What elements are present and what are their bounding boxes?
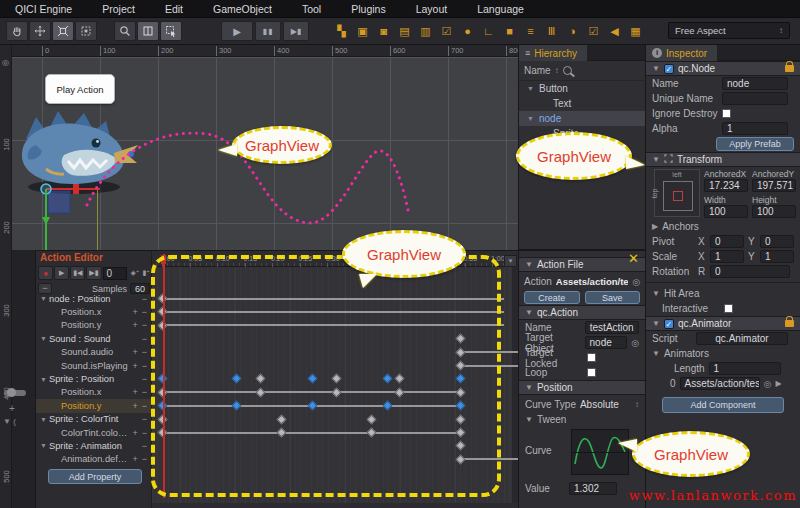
track-row-sprite-position[interactable]: ▼Sprite : Position− [36,372,151,385]
playhead-line[interactable] [163,254,165,498]
record-button[interactable]: ● [38,266,53,280]
timeline-options-dropdown[interactable]: ▼ [504,255,517,267]
keyframe[interactable] [455,387,465,397]
anchor-preset-widget[interactable]: left top [654,169,700,217]
play-action-button[interactable]: Play Action [45,74,115,104]
remove-track-button[interactable]: − [142,294,147,304]
add-key-button[interactable]: + [132,320,137,330]
keyframe[interactable] [157,320,167,330]
qc-node-section-header[interactable]: ▼ qc.Node [646,61,800,76]
lock-icon[interactable] [785,65,794,72]
keyframe[interactable] [394,387,404,397]
slider-knob[interactable] [7,388,16,397]
collapse-arrow-icon[interactable]: ▼ [652,289,660,298]
timeline-row-sound-audio[interactable] [152,346,520,359]
add-key-button[interactable]: + [132,428,137,438]
scale-y-field[interactable]: 1 [760,250,794,263]
curve-preview[interactable] [571,429,629,475]
ui-colorwheel-icon[interactable]: ◑ [562,21,583,41]
add-key-button[interactable]: + [132,454,137,464]
name-field[interactable]: node [722,77,788,90]
timeline-row-sprite-position[interactable] [152,372,520,385]
step-button[interactable]: ▶▮ [283,21,309,41]
filter-by-label[interactable]: Name [524,65,551,76]
loop-checkbox[interactable] [587,368,596,377]
timeline-row-sound-isplaying[interactable] [152,359,520,372]
remove-track-button[interactable]: − [142,401,147,411]
collapse-arrow-icon[interactable]: ▼ [652,319,660,328]
remove-track-button[interactable]: − [142,347,147,357]
expand-arrow-icon[interactable]: ▼ [527,85,535,92]
qc-action-header[interactable]: ▼ qc.Action [519,305,645,320]
remove-track-button[interactable]: − [142,320,147,330]
collapse-arrow-icon[interactable]: ▼ [525,383,533,392]
ui-checkbox-icon[interactable]: ☑ [583,21,604,41]
ui-image-icon[interactable]: ◙ [373,21,394,41]
keyframe[interactable] [331,374,341,384]
enabled-checkbox[interactable] [664,319,674,329]
track-row-sound-sound[interactable]: ▼Sound : Sound− [36,332,151,345]
keyframe[interactable] [307,374,317,384]
keyframe[interactable] [231,401,241,411]
keyframe[interactable] [455,414,465,424]
track-row-sprite-colortint[interactable]: ▼Sprite : ColorTint− [36,413,151,426]
keyframe[interactable] [157,294,167,304]
timeline-row-sound-sound[interactable] [152,332,520,345]
ui-sliders-icon[interactable]: Ⅲ [541,21,562,41]
layout-column-button[interactable] [137,21,159,41]
ui-sprite-icon[interactable]: ■ [499,21,520,41]
object-picker-icon[interactable]: ◎ [764,379,772,389]
menu-item-language[interactable]: Language [462,0,539,18]
play-button[interactable]: ▶ [221,21,253,41]
track-row-animation-defaultanima[interactable]: Animation.defaultAnima+− [36,453,151,466]
add-component-button[interactable]: Add Component [662,397,784,413]
sort-updown-icon[interactable]: ↕ [555,66,559,75]
keyframe[interactable] [455,441,465,451]
keyframe[interactable] [255,374,265,384]
keyframe[interactable] [157,307,167,317]
keyframe[interactable] [455,347,465,357]
width-field[interactable]: 100 [704,205,748,218]
rect-tool-button[interactable] [75,21,97,41]
anchoredx-field[interactable]: 17.234 [704,179,748,192]
expand-arrow-icon[interactable]: ▶ [775,379,781,388]
timeline-row-position-y[interactable] [152,399,520,412]
timeline-row-node-position[interactable] [152,292,520,305]
updown-icon[interactable]: ↕ [635,400,639,409]
add-key-button[interactable]: + [132,307,137,317]
length-field[interactable]: 1 [709,362,781,375]
unique-name-field[interactable] [722,92,788,105]
track-row-sound-audio[interactable]: Sound.audio+− [36,346,151,359]
keyframe[interactable] [366,414,376,424]
scale-x-field[interactable]: 1 [710,250,744,263]
target-locked-checkbox[interactable] [587,353,596,362]
save-button[interactable]: Save [585,291,641,304]
move-tool-button[interactable] [29,21,51,41]
track-row-position-x[interactable]: Position.x+− [36,386,151,399]
collapse-arrow-icon[interactable]: ▼ ( [3,417,16,426]
zoom-in-icon[interactable]: + [9,403,15,414]
collapse-arrow-icon[interactable]: ▼ [652,64,660,73]
menu-item-qici-engine[interactable]: QICI Engine [0,0,87,18]
zoom-tool-button[interactable] [114,21,136,41]
track-row-node-position[interactable]: ▼node : Position− [36,292,151,305]
object-picker-icon[interactable]: ◎ [632,277,640,287]
collapse-arrow-icon[interactable]: ▼ [40,376,49,383]
play-button[interactable]: ▶ [54,266,69,280]
hierarchy-item-node[interactable]: ▼node [519,111,645,126]
collapse-arrow-icon[interactable]: ▼ [525,415,533,424]
hierarchy-item-button[interactable]: ▼Button [519,81,645,96]
action-asset-path[interactable]: Assets/action/testActio [556,276,628,287]
remove-track-button[interactable]: − [142,361,147,371]
scale-tool-button[interactable] [52,21,74,41]
remove-track-button[interactable]: − [142,334,147,344]
frame-field[interactable]: 0 [103,267,128,280]
keyframe[interactable] [157,428,167,438]
keyframe[interactable] [366,428,376,438]
keyframe[interactable] [455,454,465,464]
close-icon[interactable]: ✕ [628,251,639,266]
collapse-arrow-icon[interactable]: ▼ [525,308,533,317]
animator-asset-field[interactable]: Assets/action/tes [680,377,760,390]
keyframe[interactable] [455,374,465,384]
keyframe[interactable] [382,374,392,384]
